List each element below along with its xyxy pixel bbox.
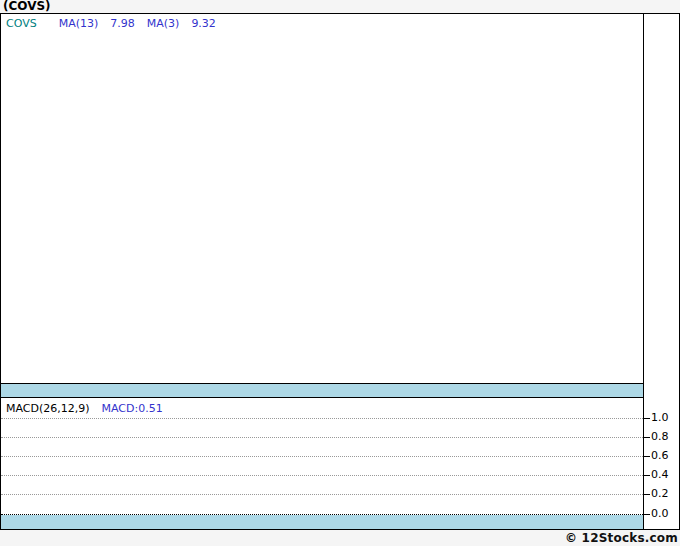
y-axis-tick	[644, 475, 650, 476]
y-axis-tick	[644, 514, 650, 515]
macd-gridline	[1, 494, 643, 495]
y-axis-tick-label: 0.8	[651, 430, 678, 444]
macd-gridline	[1, 418, 643, 419]
page-title: (COVS)	[3, 0, 51, 13]
site-credit: © 12Stocks.com	[565, 531, 678, 545]
y-axis-tick	[644, 437, 650, 438]
chart-frame	[0, 13, 680, 530]
price-panel-legend: COVSMA(13)7.98MA(3)9.32	[6, 17, 216, 30]
y-axis-tick	[644, 494, 650, 495]
y-axis-tick-label: 0.6	[651, 449, 678, 463]
ma3-value: 9.32	[191, 17, 216, 30]
macd-panel-legend: MACD(26,12,9)MACD:0.51	[6, 402, 163, 415]
macd-params-label: MACD(26,12,9)	[6, 402, 90, 415]
ma13-value: 7.98	[110, 17, 135, 30]
y-axis-tick	[644, 456, 650, 457]
bottom-band	[1, 515, 643, 529]
macd-value: MACD:0.51	[102, 402, 163, 415]
ticker-symbol: COVS	[6, 17, 37, 30]
y-axis-tick-label: 0.4	[651, 468, 678, 482]
y-axis-divider-line	[643, 13, 644, 530]
y-axis-tick	[644, 418, 650, 419]
y-axis-tick-label: 0.2	[651, 487, 678, 501]
y-axis-tick-label: 0.0	[651, 507, 678, 521]
ma13-label: MA(13)	[59, 17, 99, 30]
macd-gridline	[1, 437, 643, 438]
macd-gridline	[1, 475, 643, 476]
y-axis-tick-label: 1.0	[651, 411, 678, 425]
macd-gridline	[1, 456, 643, 457]
ma3-label: MA(3)	[147, 17, 180, 30]
panel-divider-band	[1, 383, 643, 398]
